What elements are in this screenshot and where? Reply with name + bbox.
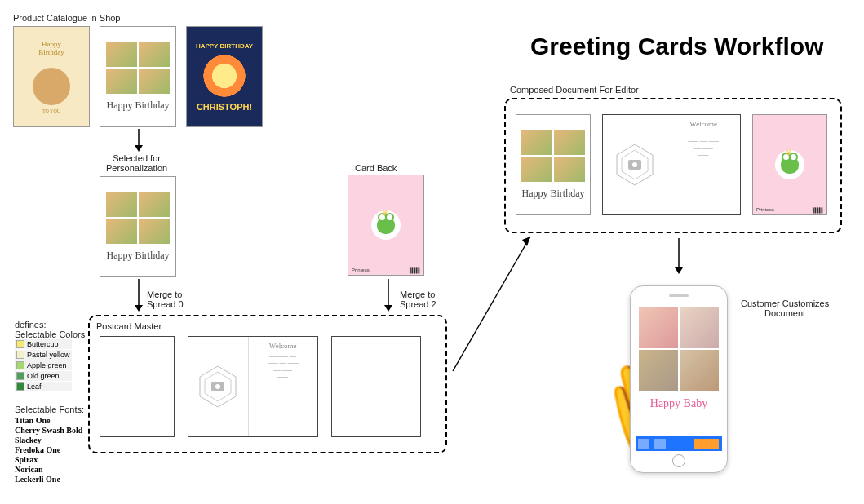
card3-hero bbox=[200, 51, 249, 100]
font-item: Cherry Swash Bold bbox=[15, 426, 82, 435]
selected-collage bbox=[104, 189, 172, 246]
svg-marker-3 bbox=[135, 305, 143, 312]
card1-photo-circle bbox=[33, 68, 70, 105]
font-item: Titan One bbox=[15, 416, 82, 425]
color-swatch: Apple green bbox=[15, 360, 72, 370]
barcode-icon: ▌▌▌▌▌ bbox=[410, 267, 420, 273]
color-swatch: Buttercup bbox=[15, 339, 72, 349]
card-back-label: Card Back bbox=[355, 163, 397, 173]
phone-toolbar[interactable] bbox=[636, 436, 722, 451]
catalogue-card-1: Happy Birthday TO YOU bbox=[13, 26, 90, 127]
camera-placeholder-icon-2 bbox=[610, 140, 659, 189]
svg-point-9 bbox=[215, 384, 220, 389]
composed-back-footer: Printess ▌▌▌▌▌ bbox=[753, 207, 826, 213]
phone-card-text: Happy Baby bbox=[636, 394, 722, 413]
back-brand: Printess bbox=[352, 267, 370, 273]
catalogue-card-2: Happy Birthday bbox=[100, 26, 176, 127]
color-swatch: Pastel yellow bbox=[15, 350, 72, 360]
defines-label: defines: Selectable Colors bbox=[15, 320, 85, 339]
phone-screen: Happy Baby bbox=[636, 304, 722, 451]
postcard-master-label: Postcard Master bbox=[96, 321, 162, 331]
composed-invite-text: Welcome ── ─── ───── ── ───── ────── bbox=[667, 115, 741, 214]
page-title: Greeting Cards Workflow bbox=[530, 33, 824, 60]
master-invite-text: Welcome ── ─── ───── ── ───── ────── bbox=[249, 337, 318, 436]
font-item: Fredoka One bbox=[15, 445, 82, 454]
merge0-label: Merge to Spread 0 bbox=[147, 290, 184, 309]
card1-footer: TO YOU bbox=[42, 108, 60, 113]
camera-placeholder-icon bbox=[193, 362, 242, 411]
catalogue-card-3: HAPPY BIRTHDAY CHRISTOPH! bbox=[186, 26, 263, 127]
selected-card: Happy Birthday bbox=[100, 176, 176, 277]
arrow-selected-to-master bbox=[132, 279, 145, 312]
master-panel-0 bbox=[100, 336, 175, 437]
card-back-footer: Printess ▌▌▌▌▌ bbox=[348, 267, 423, 273]
catalogue-label: Product Catalogue in Shop bbox=[13, 13, 120, 23]
composed-label: Composed Document For Editor bbox=[510, 85, 639, 95]
composed-front: Happy Birthday bbox=[516, 114, 591, 215]
frog-circle: ♛ bbox=[371, 210, 401, 240]
svg-line-10 bbox=[453, 237, 530, 371]
merge2-label: Merge to Spread 2 bbox=[400, 290, 436, 309]
selected-text: Happy Birthday bbox=[104, 246, 173, 265]
arrow-back-to-master bbox=[382, 279, 395, 312]
color-swatch: Leaf bbox=[15, 382, 72, 391]
composed-back: ♛ Printess ▌▌▌▌▌ bbox=[752, 114, 827, 215]
font-item: Leckerli One bbox=[15, 475, 82, 484]
arrow-catalogue-to-selected bbox=[132, 129, 145, 152]
card-back: ♛ Printess ▌▌▌▌▌ bbox=[348, 175, 424, 276]
color-swatches: ButtercupPastel yellowApple greenOld gre… bbox=[15, 339, 72, 392]
font-item: Spirax bbox=[15, 455, 82, 464]
composed-middle: Welcome ── ─── ───── ── ───── ────── bbox=[602, 114, 741, 215]
svg-point-15 bbox=[632, 162, 637, 167]
card3-name: CHRISTOPH! bbox=[197, 102, 252, 112]
svg-marker-5 bbox=[384, 305, 392, 312]
barcode-icon-2: ▌▌▌▌▌ bbox=[813, 207, 823, 213]
phone-home-button[interactable] bbox=[672, 454, 685, 467]
arrow-to-phone bbox=[672, 238, 685, 274]
selected-label: Selected for Personalization bbox=[106, 153, 167, 173]
phone-speaker bbox=[669, 294, 689, 297]
card2-collage bbox=[104, 39, 172, 96]
arrow-to-composed bbox=[449, 228, 538, 375]
card1-text: Happy Birthday bbox=[38, 40, 64, 56]
svg-marker-1 bbox=[135, 145, 143, 152]
svg-marker-11 bbox=[522, 237, 530, 246]
card2-text: Happy Birthday bbox=[104, 96, 173, 115]
color-swatch: Old green bbox=[15, 371, 72, 381]
font-list: Titan OneCherry Swash BoldSlackeyFredoka… bbox=[15, 416, 82, 484]
master-panel-2 bbox=[331, 336, 421, 437]
fonts-label: Selectable Fonts: bbox=[15, 405, 84, 414]
customize-label: Customer Customizes Document bbox=[741, 298, 829, 318]
card3-top: HAPPY BIRTHDAY bbox=[196, 42, 253, 50]
font-item: Norican bbox=[15, 465, 82, 474]
composed-front-text: Happy Birthday bbox=[519, 184, 588, 203]
frog-circle-2: ♛ bbox=[775, 150, 804, 179]
composed-collage bbox=[519, 127, 587, 184]
font-item: Slackey bbox=[15, 435, 82, 444]
svg-marker-17 bbox=[675, 267, 683, 274]
phone-mockup: Happy Baby bbox=[630, 285, 728, 473]
master-panel-1: Welcome ── ─── ───── ── ───── ────── bbox=[188, 336, 318, 437]
